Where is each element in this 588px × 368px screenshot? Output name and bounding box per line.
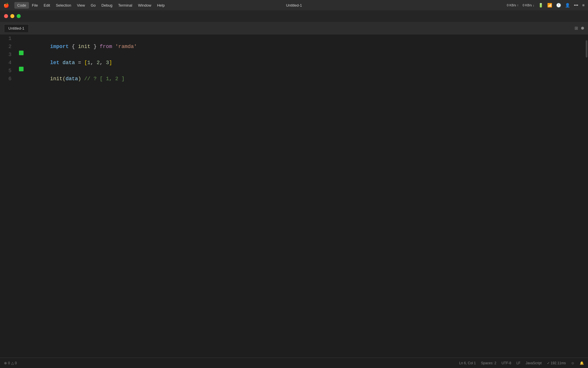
code-line-1: 1 import { init } from 'ramda': [3, 34, 584, 43]
operator-assign: =: [75, 60, 84, 66]
identifier-init: init: [78, 44, 90, 49]
bell-icon: 🔔: [580, 361, 584, 365]
scrollbar-thumb[interactable]: [586, 40, 587, 57]
var-data: data: [63, 60, 75, 66]
network-down: 0 KB/s ↓: [523, 3, 534, 7]
line-ending[interactable]: LF: [517, 361, 521, 365]
debug-breakpoint-5[interactable]: [19, 67, 24, 71]
space-1: [112, 44, 115, 49]
space-2: [59, 60, 63, 66]
line-number-1: 1: [3, 34, 17, 43]
maximize-button[interactable]: [17, 14, 21, 18]
unsaved-dot: [581, 27, 584, 30]
apple-logo-icon: 🍎: [3, 3, 9, 8]
code-editor[interactable]: 1 import { init } from 'ramda' 2 3 let d…: [0, 34, 584, 358]
menu-debug[interactable]: Debug: [98, 2, 115, 9]
line-indicator-3: [17, 51, 25, 55]
number-3: 3: [106, 60, 109, 66]
smiley-icon: ☺: [571, 361, 575, 365]
menubar: 🍎 Code File Edit Selection View Go Debug…: [0, 0, 588, 10]
code-line-5: 5 init(data) // ? [ 1, 2 ]: [3, 67, 584, 75]
status-bar: ⊗ 0 △ 0 Ln 6, Col 1 Spaces: 2 UTF-8 LF J…: [0, 358, 588, 368]
scrollbar[interactable]: [584, 34, 588, 358]
user-icon: 👤: [565, 3, 570, 7]
tab-untitled[interactable]: Untitled-1: [4, 24, 29, 32]
editor-container: 1 import { init } from 'ramda' 2 3 let d…: [0, 34, 588, 358]
bracket-open: [: [84, 60, 87, 66]
warning-icon: △: [11, 361, 14, 365]
language-mode[interactable]: JavaScript: [526, 361, 542, 365]
menu-help[interactable]: Help: [154, 2, 168, 9]
menu-selection[interactable]: Selection: [53, 2, 74, 9]
traffic-lights: [0, 10, 588, 22]
punctuation-brace-open: {: [69, 44, 78, 49]
clock-icon: 🕐: [556, 3, 561, 7]
comma-2: ,: [100, 60, 106, 66]
line-indicator-5: [17, 67, 25, 71]
paren-close: ): [78, 76, 81, 82]
string-ramda: 'ramda': [115, 44, 137, 49]
cursor-position[interactable]: Ln 6, Col 1: [459, 361, 476, 365]
inline-comment: // ? [ 1, 2 ]: [84, 76, 124, 82]
punctuation-brace-close: }: [90, 44, 100, 49]
menu-terminal[interactable]: Terminal: [115, 2, 135, 9]
menu-window[interactable]: Window: [135, 2, 154, 9]
paren-open: (: [63, 76, 66, 82]
number-1: 1: [87, 60, 90, 66]
battery-icon: 🔋: [538, 3, 543, 7]
status-right: Ln 6, Col 1 Spaces: 2 UTF-8 LF JavaScrip…: [459, 361, 584, 365]
line-number-5: 5: [3, 67, 17, 75]
line-number-4: 4: [3, 59, 17, 67]
space-3: [81, 76, 84, 82]
list-icon: ≡: [582, 3, 585, 7]
menu-code[interactable]: Code: [14, 2, 29, 9]
menu-view[interactable]: View: [74, 2, 88, 9]
comma-1: ,: [90, 60, 97, 66]
menu-right: 0 KB/s ↑ 0 KB/s ↓ 🔋 📶 🕐 👤 ••• ≡: [507, 3, 585, 7]
debug-breakpoint-3[interactable]: [19, 51, 24, 55]
bracket-close: ]: [109, 60, 112, 66]
menu-go[interactable]: Go: [88, 2, 98, 9]
split-editor-icon[interactable]: ⊞: [575, 26, 578, 31]
arg-data: data: [65, 76, 78, 82]
keyword-import: import: [50, 44, 69, 49]
code-content-5: init(data) // ? [ 1, 2 ]: [25, 67, 584, 91]
number-2: 2: [97, 60, 100, 66]
tab-right-icons: ⊞: [575, 26, 584, 31]
error-count: 0: [8, 361, 10, 365]
network-up: 0 KB/s ↑: [507, 3, 519, 7]
window-title: Untitled-1: [286, 3, 302, 7]
error-icon: ⊗: [4, 361, 7, 365]
keyword-let: let: [50, 60, 59, 66]
menu-items: Code File Edit Selection View Go Debug T…: [14, 2, 507, 9]
line-number-6: 6: [3, 75, 17, 83]
wifi-icon: 📶: [547, 3, 552, 7]
keyword-from: from: [100, 44, 112, 49]
warning-count: 0: [15, 361, 17, 365]
fn-call-init: init: [50, 76, 62, 82]
timing-info: ✓ 192.11ms: [547, 361, 566, 365]
errors-status[interactable]: ⊗ 0 △ 0: [4, 361, 17, 365]
file-encoding[interactable]: UTF-8: [502, 361, 511, 365]
tab-bar: Untitled-1 ⊞: [0, 22, 588, 34]
line-number-2: 2: [3, 43, 17, 51]
menu-edit[interactable]: Edit: [41, 2, 53, 9]
code-line-3: 3 let data = [1, 2, 3]: [3, 51, 584, 59]
more-icon: •••: [574, 3, 578, 7]
indentation[interactable]: Spaces: 2: [481, 361, 496, 365]
line-number-3: 3: [3, 51, 17, 59]
status-left: ⊗ 0 △ 0: [4, 361, 17, 365]
menu-file[interactable]: File: [29, 2, 41, 9]
close-button[interactable]: [4, 14, 8, 18]
minimize-button[interactable]: [10, 14, 14, 18]
